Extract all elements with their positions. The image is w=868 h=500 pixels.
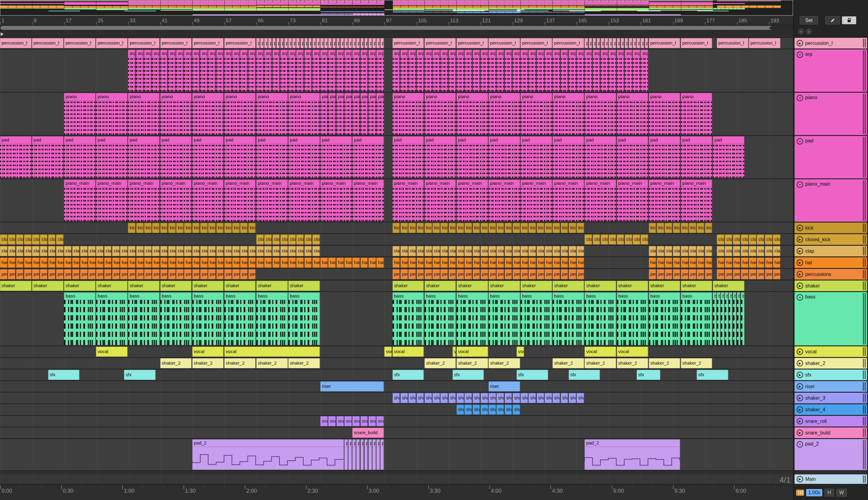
- clip-hat[interactable]: hat: [48, 258, 56, 268]
- clip-closed_kick[interactable]: closed_kick: [609, 235, 616, 245]
- clip-vocal[interactable]: vocal: [517, 346, 524, 357]
- clip-percussions[interactable]: percussions: [464, 269, 472, 279]
- play-circle-icon[interactable]: ▶: [797, 225, 803, 231]
- clip-piano_main[interactable]: piano_main: [456, 180, 488, 221]
- clip-percussions[interactable]: percussions: [408, 269, 416, 279]
- clip-arp[interactable]: arp: [352, 50, 360, 91]
- play-circle-icon[interactable]: ▶: [797, 430, 803, 436]
- clip-percussion_l[interactable]: percussion_l: [296, 38, 300, 48]
- clip-hat[interactable]: hat: [216, 258, 224, 268]
- clip-piano_main[interactable]: piano_main: [488, 180, 520, 221]
- clip-arp[interactable]: arp: [577, 50, 584, 91]
- clip-hat[interactable]: hat: [88, 258, 96, 268]
- clip-bass[interactable]: bass: [128, 292, 160, 345]
- track-header-vocal[interactable]: ▶vocal: [795, 346, 867, 357]
- clip-hat[interactable]: hat: [320, 258, 328, 268]
- clip-hat[interactable]: hat: [733, 258, 741, 268]
- play-circle-icon[interactable]: ▶: [797, 418, 803, 424]
- clip-shaker_2[interactable]: shaker_2: [585, 358, 616, 368]
- clip-pad[interactable]: pad: [521, 136, 552, 178]
- midi-keyboard-icon[interactable]: [796, 490, 804, 496]
- clip-closed_kick[interactable]: closed_kick: [288, 235, 296, 245]
- clip-percussions[interactable]: percussions: [673, 269, 681, 279]
- clip-shaker_2[interactable]: shaker_2: [617, 358, 649, 368]
- clip-hat[interactable]: hat: [705, 258, 713, 268]
- play-circle-icon[interactable]: ▶: [797, 260, 803, 266]
- arrangement-overview[interactable]: [0, 0, 793, 15]
- play-circle-icon[interactable]: ▶: [797, 406, 803, 413]
- clip-percussion_l[interactable]: percussion_l: [553, 38, 584, 48]
- clip-arp[interactable]: arp: [481, 50, 488, 91]
- clip-clap[interactable]: clap: [697, 246, 704, 256]
- clip-shaker[interactable]: shaker: [192, 281, 224, 291]
- clip-percussion_l[interactable]: percussion_l: [597, 38, 600, 48]
- clip-hat[interactable]: hat: [765, 258, 773, 268]
- clip-shaker_2[interactable]: shaker_2: [224, 358, 256, 368]
- clip-hat[interactable]: hat: [280, 258, 288, 268]
- clip-closed_kick[interactable]: closed_kick: [585, 235, 592, 245]
- clip-clap[interactable]: clap: [24, 246, 32, 256]
- clip-pad[interactable]: pad: [160, 136, 192, 178]
- clip-arp[interactable]: arp: [216, 50, 224, 91]
- clip-closed_kick[interactable]: closed_kick: [16, 235, 24, 245]
- play-circle-icon[interactable]: ▶: [797, 476, 803, 482]
- play-circle-icon[interactable]: ▶: [797, 360, 803, 366]
- clip-clap[interactable]: clap: [72, 246, 80, 256]
- clip-shaker_3[interactable]: shaker_3: [417, 393, 424, 403]
- clip-percussion_l[interactable]: percussion_l: [625, 38, 628, 48]
- clip-clap[interactable]: clap: [184, 246, 192, 256]
- clip-clap[interactable]: clap: [208, 246, 216, 256]
- clip-clap[interactable]: clap: [408, 246, 416, 256]
- clip-shaker[interactable]: shaker: [128, 281, 160, 291]
- clip-percussions[interactable]: percussions: [705, 269, 713, 279]
- clip-kick[interactable]: kick: [152, 223, 160, 233]
- clip-percussions[interactable]: percussions: [733, 269, 741, 279]
- clip-percussions[interactable]: percussions: [697, 269, 704, 279]
- bar-ruler[interactable]: 1917253341495765738189971051131211291371…: [0, 15, 793, 25]
- clip-percussion_l[interactable]: percussion_l: [301, 38, 304, 48]
- clip-hat[interactable]: hat: [144, 258, 152, 268]
- clip-pad[interactable]: pad: [585, 136, 616, 178]
- clip-clap[interactable]: clap: [553, 246, 560, 256]
- clip-clap[interactable]: clap: [240, 246, 248, 256]
- clip-pad[interactable]: pad: [713, 136, 744, 178]
- clip-percussions[interactable]: percussions: [657, 269, 664, 279]
- clip-percussions[interactable]: percussions: [417, 269, 424, 279]
- clip-bass[interactable]: bass: [649, 292, 681, 345]
- play-circle-icon[interactable]: ▶: [797, 383, 803, 390]
- clip-kick[interactable]: kick: [224, 223, 232, 233]
- clip-percussion_l[interactable]: percussion_l: [96, 38, 128, 48]
- clip-percussion_l[interactable]: percussion_l: [372, 38, 376, 48]
- clip-clap[interactable]: clap: [128, 246, 136, 256]
- clip-hat[interactable]: hat: [513, 258, 520, 268]
- clip-percussions[interactable]: percussions: [88, 269, 96, 279]
- clip-percussions[interactable]: percussions: [136, 269, 144, 279]
- clip-clap[interactable]: clap: [88, 246, 96, 256]
- chevron-down-icon[interactable]: ▾: [797, 441, 803, 447]
- clip-shaker[interactable]: shaker: [224, 281, 256, 291]
- clip-hat[interactable]: hat: [72, 258, 80, 268]
- clip-percussions[interactable]: percussions: [649, 269, 657, 279]
- clip-pad_2[interactable]: pad_2: [585, 439, 680, 470]
- clip-clap[interactable]: clap: [749, 246, 756, 256]
- track-lane-arp[interactable]: arparparparparparparparparparparparparpa…: [0, 49, 793, 93]
- clip-arp[interactable]: arp: [505, 50, 512, 91]
- clip-hat[interactable]: hat: [136, 258, 144, 268]
- clip-percussions[interactable]: percussions: [440, 269, 448, 279]
- h-button[interactable]: H: [824, 489, 834, 497]
- clip-closed_kick[interactable]: closed_kick: [617, 235, 624, 245]
- clip-piano_main[interactable]: piano_main: [585, 180, 616, 221]
- clip-percussion_l[interactable]: percussion_l: [340, 38, 344, 48]
- clip-percussion_l[interactable]: percussion_l: [356, 38, 360, 48]
- track-lane-percussion_l[interactable]: percussion_lpercussion_lpercussion_lperc…: [0, 38, 793, 49]
- clip-clap[interactable]: clap: [401, 246, 408, 256]
- clip-percussion_l[interactable]: percussion_l: [488, 38, 520, 48]
- clip-percussion_l[interactable]: percussion_l: [425, 38, 456, 48]
- clip-percussion_l[interactable]: percussion_l: [288, 38, 292, 48]
- clip-hat[interactable]: hat: [417, 258, 424, 268]
- clip-clap[interactable]: clap: [529, 246, 536, 256]
- clip-snare_build[interactable]: snare_build: [352, 428, 384, 438]
- clip-percussion_l[interactable]: percussion_l: [273, 38, 276, 48]
- clip-clap[interactable]: clap: [160, 246, 168, 256]
- clip-percussions[interactable]: percussions: [192, 269, 200, 279]
